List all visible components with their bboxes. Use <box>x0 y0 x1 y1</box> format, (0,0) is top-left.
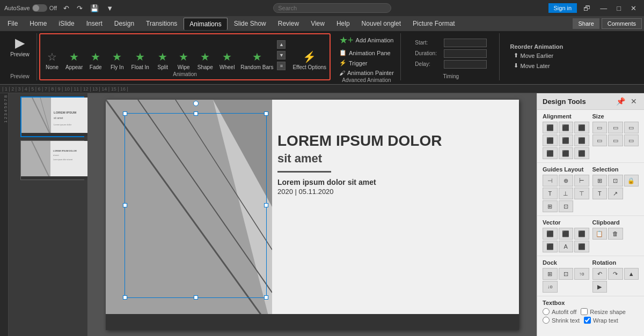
menu-nouvel-onglet[interactable]: Nouvel onglet <box>356 18 406 29</box>
anim-flyin-button[interactable]: ★ Fly In <box>106 48 128 71</box>
maximize-button[interactable]: □ <box>613 3 624 13</box>
save-button[interactable]: 💾 <box>87 3 102 13</box>
guide-btn-6[interactable]: ⊤ <box>574 188 589 199</box>
align-left-mid[interactable]: ⬛ <box>543 135 558 146</box>
menu-file[interactable]: File <box>2 18 23 29</box>
shrink-text-label[interactable]: Shrink text <box>543 317 580 324</box>
size-btn-1[interactable]: ▭ <box>592 122 608 133</box>
clipboard-btn-1[interactable]: 📋 <box>592 228 608 240</box>
dock-btn-2[interactable]: ⊡ <box>559 268 574 280</box>
menu-insert[interactable]: Insert <box>81 18 108 29</box>
slide-thumb-2[interactable]: LOREM IPSUM DOLOR sit amet Lorem ipsum d… <box>20 140 84 180</box>
anim-wheel-button[interactable]: ★ Wheel <box>216 48 238 71</box>
rotate-btn-2[interactable]: ↷ <box>608 268 623 280</box>
autofit-off-radio[interactable] <box>543 308 550 315</box>
resize-shape-label[interactable]: Resize shape <box>581 308 626 315</box>
animation-pane-button[interactable]: 📋 Animation Pane <box>336 48 397 57</box>
rotate-btn-4[interactable]: ▶ <box>592 281 608 293</box>
slide-thumb-1[interactable]: LOREM IPSUM sit amet Lorem ipsum dolor <box>20 96 84 137</box>
align-left-bot[interactable]: ⬛ <box>543 147 558 159</box>
size-btn-5[interactable]: ▭ <box>608 135 623 146</box>
start-input[interactable] <box>444 39 487 47</box>
size-btn-3[interactable]: ▭ <box>624 122 639 133</box>
vector-btn-6[interactable]: ⬛ <box>574 241 589 252</box>
guide-btn-5[interactable]: ⊥ <box>559 188 574 199</box>
preview-button[interactable]: ▶ Preview <box>6 33 33 59</box>
handle-ml[interactable] <box>123 203 127 207</box>
align-center-mid[interactable]: ⬛ <box>559 135 574 146</box>
menu-picture-format[interactable]: Picture Format <box>407 18 460 29</box>
menu-view[interactable]: View <box>305 18 330 29</box>
effect-options-button[interactable]: ⚡ Effect Options <box>290 48 328 71</box>
wrap-text-label[interactable]: Wrap text <box>584 317 618 324</box>
toggle-switch[interactable] <box>32 4 47 12</box>
wrap-text-checkbox[interactable] <box>584 317 591 324</box>
vector-btn-3[interactable]: ⬛ <box>574 228 589 240</box>
rotate-btn-3[interactable]: ▲ <box>624 268 639 280</box>
menu-review[interactable]: Review <box>273 18 304 29</box>
animation-painter-button[interactable]: 🖌 Animation Painter <box>336 69 397 77</box>
menu-slideshow[interactable]: Slide Show <box>229 18 272 29</box>
guide-btn-7[interactable]: ⊞ <box>543 200 558 212</box>
handle-bl[interactable] <box>123 295 127 300</box>
rotate-handle[interactable] <box>193 101 199 106</box>
vector-btn-2[interactable]: ⬛ <box>559 228 574 240</box>
anim-randombars-button[interactable]: ★ Random Bars <box>238 48 275 71</box>
handle-bc[interactable] <box>194 295 198 300</box>
size-btn-4[interactable]: ▭ <box>592 135 608 146</box>
align-right-top[interactable]: ⬛ <box>574 122 589 133</box>
select-btn-2[interactable]: ⊡ <box>608 175 623 186</box>
anim-scroll-down[interactable]: ▼ <box>277 51 286 59</box>
anim-wipe-button[interactable]: ★ Wipe <box>173 48 194 71</box>
redo-button[interactable]: ↷ <box>74 3 86 13</box>
select-btn-1[interactable]: ⊞ <box>592 175 608 186</box>
menu-home[interactable]: Home <box>24 18 52 29</box>
trigger-button[interactable]: ⚡ Trigger <box>336 58 397 68</box>
select-btn-4[interactable]: T <box>592 188 608 199</box>
rotate-btn-1[interactable]: ↶ <box>592 268 608 280</box>
vector-btn-1[interactable]: ⬛ <box>543 228 558 240</box>
comments-button[interactable]: Comments <box>602 18 642 29</box>
guide-btn-4[interactable]: T <box>543 188 558 199</box>
dock-btn-1[interactable]: ⊞ <box>543 268 558 280</box>
align-right-mid[interactable]: ⬛ <box>574 135 589 146</box>
handle-br[interactable] <box>264 295 268 300</box>
menu-animations[interactable]: Animations <box>184 18 227 30</box>
search-input[interactable] <box>273 3 391 13</box>
minimize-button[interactable]: — <box>597 3 610 13</box>
canvas-area[interactable]: LOREM IPSUM DOLOR sit amet Lorem ipsum d… <box>88 93 537 336</box>
handle-tl[interactable] <box>123 111 127 116</box>
clipboard-btn-2[interactable]: 🗑 <box>608 228 623 240</box>
align-right-bot[interactable]: ⬛ <box>574 147 589 159</box>
guide-btn-8[interactable]: ⊡ <box>559 200 574 212</box>
shrink-text-radio[interactable] <box>543 317 550 324</box>
align-center-bot[interactable]: ⬛ <box>559 147 574 159</box>
handle-mr[interactable] <box>264 203 268 207</box>
handle-tr[interactable] <box>264 111 268 116</box>
size-btn-6[interactable]: ▭ <box>624 135 639 146</box>
autosave-toggle[interactable]: AutoSave Off <box>4 4 57 12</box>
anim-appear-button[interactable]: ★ Appear <box>63 48 85 71</box>
size-btn-2[interactable]: ▭ <box>608 122 623 133</box>
align-left-top[interactable]: ⬛ <box>543 122 558 133</box>
design-tools-pin[interactable]: 📌 <box>614 96 627 106</box>
guide-btn-3[interactable]: ⊢ <box>574 175 589 186</box>
menu-help[interactable]: Help <box>331 18 355 29</box>
move-earlier-button[interactable]: ⬆ Move Earlier <box>510 51 564 60</box>
anim-none-button[interactable]: ☆ None <box>41 48 63 71</box>
anim-scroll-up[interactable]: ▲ <box>277 40 286 49</box>
menu-transitions[interactable]: Transitions <box>141 18 182 29</box>
align-center-top[interactable]: ⬛ <box>559 122 574 133</box>
close-button[interactable]: ✕ <box>627 3 640 13</box>
more-button[interactable]: ▼ <box>103 3 116 13</box>
menu-design[interactable]: Design <box>109 18 140 29</box>
move-later-button[interactable]: ⬇ Move Later <box>510 61 564 70</box>
anim-split-button[interactable]: ★ Split <box>152 48 173 71</box>
duration-input[interactable] <box>444 49 487 58</box>
guide-btn-2[interactable]: ⊕ <box>559 175 574 186</box>
resize-shape-checkbox[interactable] <box>581 308 588 315</box>
delay-input[interactable] <box>444 60 487 69</box>
autofit-off-label[interactable]: Autofit off <box>543 308 576 315</box>
select-btn-3[interactable]: 🔒 <box>624 175 639 186</box>
menu-islide[interactable]: iSlide <box>53 18 79 29</box>
